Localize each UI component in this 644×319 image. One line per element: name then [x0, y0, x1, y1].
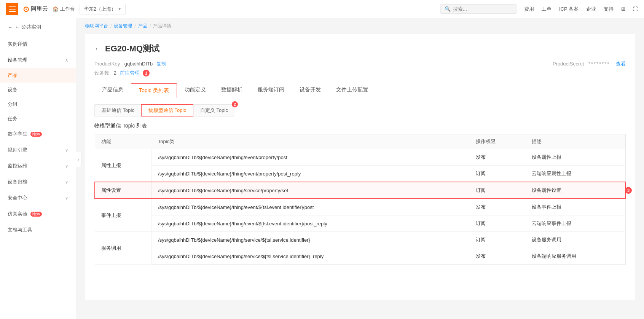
cell-desc-attr-post: 设备属性上报 — [526, 149, 625, 166]
cell-group-service-call: 服务调用 — [95, 232, 152, 265]
meta-row-2: 设备数 2 前往管理 1 — [94, 70, 626, 77]
tab-basic-comm[interactable]: 基础通信 Topic — [94, 104, 141, 116]
page-back-arrow[interactable]: ← — [94, 45, 101, 53]
product-secret-area: ProductSecret ******** 查看 — [553, 61, 626, 67]
col-function: 功能 — [95, 134, 152, 149]
sidebar-label-simulation: 仿真实验 New — [8, 211, 42, 217]
nav-enterprise[interactable]: 企业 — [586, 6, 596, 13]
view-secret-link[interactable]: 查看 — [616, 61, 626, 67]
annotation-1-badge: 1 — [143, 70, 150, 77]
sidebar-item-monitor-ops[interactable]: 监控运维 ∨ — [0, 158, 76, 174]
sidebar-item-groups[interactable]: 分组 — [0, 97, 76, 112]
cell-desc-event-post: 设备事件上报 — [526, 199, 625, 215]
breadcrumb-iot[interactable]: 物联网平台 — [85, 23, 108, 29]
sidebar-item-digital-twin[interactable]: 数字孪生 New — [0, 126, 76, 142]
sidebar-label-groups: 分组 — [8, 101, 18, 107]
back-arrow-icon: ← — [8, 24, 13, 30]
device-count-value: 2 — [114, 70, 116, 76]
top-navigation: ⊙ 阿里云 🏠 工作台 华东2（上海） ▼ 🔍 费用 工单 ICP 备案 企业 … — [0, 0, 644, 18]
sidebar-label-products: 产品 — [8, 72, 18, 78]
tab-file-upload[interactable]: 文件上传配置 — [328, 83, 376, 98]
page-title-area: ← EG20-MQ测试 — [94, 43, 626, 54]
sidebar-back-public[interactable]: ← ← 公共实例 — [0, 18, 76, 36]
nav-work-order[interactable]: 工单 — [542, 6, 552, 13]
table-row: /sys/gqbaihhDITb/${deviceName}/thing/eve… — [95, 166, 625, 182]
tab-model-comm[interactable]: 物模型通信 Topic — [141, 104, 193, 116]
cell-group-attr-set: 属性设置 — [95, 182, 152, 199]
cell-perm-attr-post: 发布 — [470, 149, 526, 166]
sidebar-item-rule-engine[interactable]: 规则引擎 ∨ — [0, 142, 76, 158]
table-row: 属性上报 /sys/gqbaihhDITb/${deviceName}/thin… — [95, 149, 625, 166]
cell-topic-event-post: /sys/gqbaihhDITb/${deviceName}/thing/eve… — [152, 199, 470, 215]
nav-icon-2[interactable]: ⛶ — [633, 6, 638, 12]
chevron-down-icon: ▼ — [118, 7, 121, 11]
sidebar-back-label: ← 公共实例 — [15, 24, 41, 30]
meta-row-1: ProductKey gqbaihhDITb 复制 ProductSecret … — [94, 61, 626, 67]
nav-icon-1[interactable]: ⊞ — [621, 6, 625, 12]
sidebar-item-products[interactable]: 产品 — [0, 68, 76, 83]
breadcrumb: 物联网平台 / 设备管理 / 产品 / 产品详情 — [76, 18, 644, 34]
sidebar-toggle[interactable]: ‹ — [76, 152, 81, 167]
nav-fees[interactable]: 费用 — [524, 6, 534, 13]
cell-topic-event-reply: /sys/gqbaihhDITb/${deviceName}/thing/eve… — [152, 215, 470, 232]
breadcrumb-products[interactable]: 产品 — [138, 23, 147, 29]
nav-icp[interactable]: ICP 备案 — [559, 6, 579, 13]
region-selector[interactable]: 华东2（上海） ▼ — [80, 4, 126, 14]
region-label: 华东2（上海） — [84, 6, 116, 13]
cell-perm-event-post: 发布 — [470, 199, 526, 215]
cell-desc-service-reply: 设备端响应服务调用 — [526, 248, 625, 265]
search-box[interactable]: 🔍 — [440, 4, 516, 14]
sidebar-label-devices: 设备 — [8, 87, 18, 93]
cell-topic-service-invoke: /sys/gqbaihhDITb/${deviceName}/thing/ser… — [152, 232, 470, 248]
copy-link[interactable]: 复制 — [156, 61, 166, 67]
chevron-down-icon-archive: ∨ — [65, 180, 68, 185]
home-icon: 🏠 — [53, 6, 59, 12]
tab-data-analysis[interactable]: 数据解析 — [214, 83, 250, 98]
sidebar-item-simulation[interactable]: 仿真实验 New — [0, 206, 76, 222]
product-secret-value: ******** — [588, 61, 610, 67]
tab-custom-topic[interactable]: 自定义 Topic — [193, 104, 235, 116]
table-title: 物模型通信 Topic 列表 — [94, 123, 626, 129]
cell-perm-event-reply: 订阅 — [470, 215, 526, 232]
page-title: EG20-MQ测试 — [105, 43, 159, 54]
sidebar-item-tasks[interactable]: 任务 — [0, 112, 76, 126]
col-permission: 操作权限 — [470, 134, 526, 149]
search-input[interactable] — [453, 6, 512, 12]
sidebar-item-docs-tools[interactable]: 文档与工具 — [0, 222, 76, 238]
sidebar-item-instance-detail[interactable]: 实例详情 — [0, 36, 76, 52]
table-row-highlighted: 属性设置 /sys/gqbaihhDITb/${deviceName}/thin… — [95, 182, 625, 199]
sidebar-item-security[interactable]: 安全中心 ∨ — [0, 190, 76, 206]
tab-server-sub[interactable]: 服务端订阅 — [250, 83, 292, 98]
breadcrumb-device-mgmt[interactable]: 设备管理 — [114, 23, 132, 29]
tab-topic-list[interactable]: Topic 类列表 — [131, 83, 177, 98]
sidebar-item-device-management[interactable]: 设备管理 ∧ — [0, 52, 76, 68]
tab-function-def[interactable]: 功能定义 — [177, 83, 214, 98]
hamburger-menu[interactable] — [6, 3, 18, 15]
tab-product-info[interactable]: 产品信息 — [94, 83, 131, 98]
nav-support[interactable]: 支持 — [604, 6, 614, 13]
chevron-down-icon-rule: ∨ — [65, 148, 68, 153]
tab-custom-wrapper: 自定义 Topic 2 — [193, 104, 235, 116]
cell-perm-attr-set: 订阅 — [470, 182, 526, 199]
chevron-down-icon-monitor: ∨ — [65, 164, 68, 169]
product-key-label: ProductKey gqbaihhDITb 复制 — [94, 61, 166, 67]
tab-device-dev[interactable]: 设备开发 — [292, 83, 328, 98]
sidebar-label-monitor: 监控运维 — [8, 163, 27, 169]
annotation-3-badge: 3 — [625, 187, 632, 194]
sidebar-label-docs: 文档与工具 — [8, 226, 32, 233]
logo-text: 阿里云 — [31, 5, 48, 13]
workbench-nav[interactable]: 🏠 工作台 — [53, 6, 75, 13]
sidebar-item-device-archive[interactable]: 设备归档 ∨ — [0, 174, 76, 190]
annotation-2-badge: 2 — [232, 101, 238, 107]
chevron-down-icon-security: ∨ — [65, 196, 68, 201]
sidebar-label-tasks: 任务 — [8, 116, 18, 121]
cell-desc-service-invoke: 设备服务调用 — [526, 232, 625, 248]
table-header-row: 功能 Topic类 操作权限 描述 — [95, 134, 625, 149]
cell-desc-attr-reply: 云端响应属性上报 — [526, 166, 625, 182]
sidebar: ← ← 公共实例 实例详情 设备管理 ∧ 产品 设备 分组 任务 数字孪生 Ne… — [0, 18, 76, 319]
product-key-value: gqbaihhDITb — [124, 61, 153, 67]
manage-link[interactable]: 前往管理 — [120, 70, 140, 76]
sidebar-item-devices[interactable]: 设备 — [0, 83, 76, 97]
sidebar-label-digital-twin: 数字孪生 New — [8, 131, 42, 137]
col-topic: Topic类 — [152, 134, 470, 149]
